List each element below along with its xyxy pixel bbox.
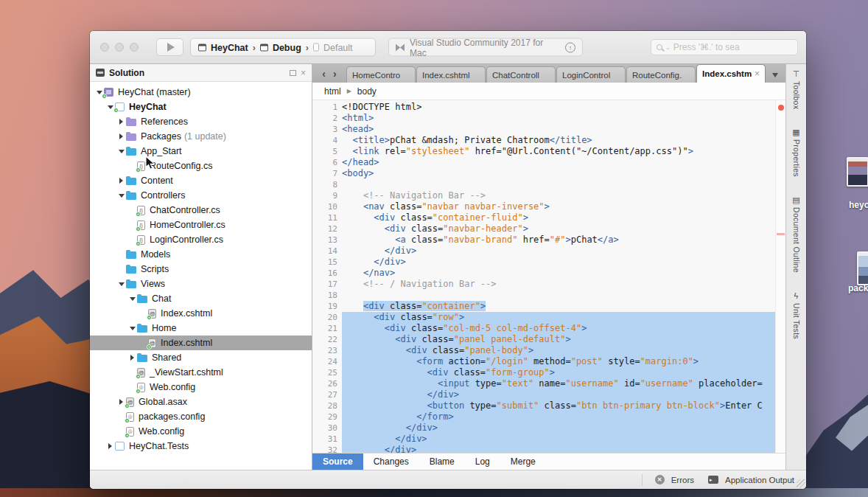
tree-row[interactable]: {}+RouteConfig.cs <box>90 159 312 173</box>
code-line[interactable]: 18 <box>312 290 775 301</box>
code-line[interactable]: 26 <input type="text" name="username" id… <box>312 378 775 389</box>
side-tab-properties[interactable]: ▦Properties <box>792 128 801 177</box>
code-line[interactable]: 29 </form> <box>312 411 775 423</box>
code-line[interactable]: 27 </div> <box>312 389 775 400</box>
desktop-file-heyo-label[interactable]: heyo <box>849 200 868 210</box>
desktop-file-pack[interactable] <box>857 251 868 285</box>
active-project[interactable]: HeyChat <box>211 42 248 52</box>
tree-row[interactable]: @+Index.cshtml <box>90 336 312 350</box>
close-tab-icon[interactable]: × <box>755 69 760 79</box>
code-line[interactable]: 14 </div> <box>312 246 775 257</box>
code-line[interactable]: 16 </nav> <box>312 268 775 279</box>
navigate-forward-button[interactable]: › <box>333 68 337 80</box>
code-line[interactable]: 2<html> <box>312 113 775 124</box>
run-button[interactable] <box>156 38 183 56</box>
side-tab-toolbox[interactable]: ⊤Toolbox <box>792 70 801 109</box>
code-line[interactable]: 21 <div class="col-md-5 col-md-offset-4"… <box>312 323 775 334</box>
tree-row[interactable]: Content <box>90 173 312 188</box>
desktop-file-heyo[interactable] <box>847 157 868 187</box>
code-line[interactable]: 3<head> <box>312 124 775 135</box>
tree-row[interactable]: Scripts <box>90 262 312 277</box>
tree-row[interactable]: HeyChat.Tests <box>90 439 312 453</box>
code-line[interactable]: 1<!DOCTYPE html> <box>312 102 775 113</box>
global-search-field[interactable]: ⌄ Press '⌘.' to sea <box>651 39 798 55</box>
code-line[interactable]: 9 <!-- Navigation Bar --> <box>312 190 775 201</box>
code-line[interactable]: 12 <div class="navbar-header"> <box>312 223 775 234</box>
chevron-down-icon[interactable] <box>116 194 126 198</box>
tab-blame[interactable]: Blame <box>419 453 465 470</box>
code-line[interactable]: 30 </div> <box>312 423 775 434</box>
code-line[interactable]: 20 <div class="row"> <box>312 312 775 323</box>
code-editor[interactable]: 1<!DOCTYPE html>2<html>3<head>4 <title>p… <box>312 100 785 453</box>
resize-grip[interactable] <box>797 479 805 488</box>
editor-scrollbar[interactable] <box>775 100 785 453</box>
tree-row[interactable]: +HeyChat <box>90 100 312 114</box>
side-tab-unit-tests[interactable]: ϟUnit Tests <box>792 292 801 339</box>
chevron-down-icon[interactable] <box>127 297 137 301</box>
tree-row[interactable]: ◎+Web.config <box>90 424 312 439</box>
editor-tab[interactable]: ChatControll <box>486 66 556 83</box>
desktop-file-pack-label[interactable]: pack <box>848 283 868 293</box>
code-line[interactable]: 6</head> <box>312 157 775 168</box>
active-configuration[interactable]: Debug <box>273 42 301 52</box>
close-pad-icon[interactable]: × <box>301 69 306 77</box>
tree-row[interactable]: ◎+Web.config <box>90 380 312 395</box>
code-area[interactable]: 1<!DOCTYPE html>2<html>3<head>4 <title>p… <box>312 100 775 453</box>
tree-row[interactable]: Models <box>90 247 312 262</box>
path-segment-html[interactable]: html <box>324 86 341 97</box>
editor-tab[interactable]: HomeContro <box>346 66 416 83</box>
tree-row[interactable]: Chat <box>90 291 312 306</box>
zoom-window-button[interactable] <box>130 43 139 52</box>
tree-row[interactable]: {}+HomeController.cs <box>90 218 312 232</box>
minimize-window-button[interactable] <box>115 43 124 52</box>
tree-row[interactable]: +HeyChat (master) <box>90 85 312 100</box>
navigate-back-button[interactable]: ‹ <box>322 68 326 80</box>
code-line[interactable]: 24 <form action="/login" method="post" s… <box>312 356 775 367</box>
chevron-right-icon[interactable] <box>116 178 126 184</box>
tab-overflow-icon[interactable] <box>772 73 778 77</box>
close-window-button[interactable] <box>100 43 109 52</box>
path-segment-body[interactable]: body <box>357 86 377 97</box>
tree-row[interactable]: ◎+packages.config <box>90 409 312 424</box>
tree-row[interactable]: {}+ChatController.cs <box>90 203 312 218</box>
chevron-down-icon[interactable] <box>116 282 126 286</box>
code-line[interactable]: 15 </div> <box>312 257 775 268</box>
code-line[interactable]: 19 <div class="container"> <box>312 301 775 312</box>
chevron-right-icon[interactable] <box>116 133 126 139</box>
editor-tab[interactable]: Index.cshtm× <box>696 64 766 83</box>
chevron-right-icon[interactable] <box>116 119 126 125</box>
editor-tab[interactable]: RouteConfig. <box>626 66 696 83</box>
code-line[interactable]: 7<body> <box>312 168 775 179</box>
dock-pad-icon[interactable] <box>290 70 296 76</box>
code-line[interactable]: 11 <div class="container-fluid"> <box>312 212 775 223</box>
tree-row[interactable]: Views <box>90 277 312 291</box>
code-line[interactable]: 10 <nav class="navbar navbar-inverse"> <box>312 201 775 212</box>
editor-tab[interactable]: LoginControl <box>556 66 626 83</box>
analysis-status-icon[interactable] <box>778 105 784 111</box>
tree-row[interactable]: References <box>90 114 312 129</box>
tree-row[interactable]: @+_ViewStart.cshtml <box>90 365 312 380</box>
code-line[interactable]: 23 <div class="panel-body"> <box>312 345 775 356</box>
side-tab-document-outline[interactable]: ▤Document Outline <box>792 196 801 273</box>
code-line[interactable]: 17 <!-- / Navigation Bar --> <box>312 279 775 290</box>
chevron-right-icon[interactable] <box>105 443 115 449</box>
chevron-down-icon[interactable] <box>116 150 126 153</box>
application-output-button[interactable]: Application Output <box>725 476 794 484</box>
tree-row[interactable]: Packages(1 update) <box>90 129 312 144</box>
code-line[interactable]: 8 <box>312 179 775 190</box>
active-device[interactable]: Default <box>323 42 353 52</box>
tree-row[interactable]: @+Index.cshtml <box>90 306 312 321</box>
tree-row[interactable]: App_Start <box>90 144 312 159</box>
update-available-icon[interactable]: ↑ <box>565 42 575 52</box>
code-line[interactable]: 4 <title>pChat &mdash; Private Chatroom<… <box>312 135 775 146</box>
tree-row[interactable]: Shared <box>90 350 312 365</box>
code-line[interactable]: 22 <div class="panel panel-default"> <box>312 334 775 345</box>
code-line[interactable]: 31 </div> <box>312 434 775 445</box>
code-line[interactable]: 13 <a class="navbar-brand" href="#">pCha… <box>312 234 775 246</box>
tree-row[interactable]: Home <box>90 321 312 336</box>
editor-tab[interactable]: Index.cshtml <box>416 66 486 83</box>
errors-button[interactable]: Errors <box>671 476 694 484</box>
build-configuration-selector[interactable]: HeyChat › Debug › Default <box>190 38 376 57</box>
tree-row[interactable]: @+Global.asax <box>90 395 312 409</box>
code-line[interactable]: 32 </div> <box>312 445 775 453</box>
